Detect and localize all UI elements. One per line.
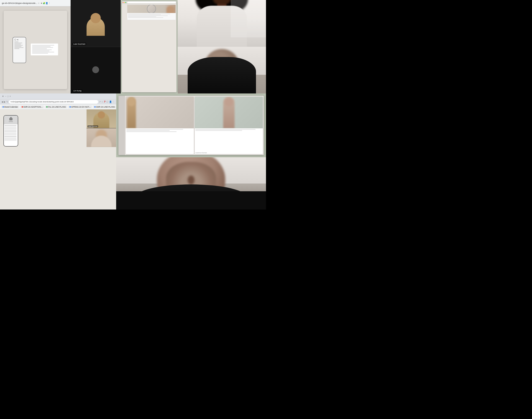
pinterest-icon[interactable]: P	[104, 101, 106, 103]
phone-mockup-bottom: Camera	[3, 115, 18, 147]
bottom-section: ▼ − □ × ◀ ▶ ↻ =mSnQqlsMgwhpF6rb-1&scalin…	[0, 93, 266, 210]
menu-icon[interactable]: ⋮	[48, 2, 51, 5]
figma-window-top: ge-id=39%3A2&type=design&node... ☆ ★ 🧩 👤…	[0, 0, 71, 93]
participant-label-law-guzman: Law Guzman	[73, 43, 86, 45]
bookmark-brand-calendar[interactable]: Brand Calendar	[1, 105, 19, 108]
bookmark-smr24-line[interactable]: SMR 24 LINE PLANS	[93, 105, 116, 108]
bookmarks-bar: Brand Calendar SMR 24 ADOPTION... FAL 24…	[0, 105, 116, 109]
star-icon[interactable]: ★	[40, 2, 43, 5]
bookmark-icon[interactable]: ☆	[37, 2, 40, 5]
vc-participant-lin-kung: Lin Kung	[71, 47, 121, 94]
more-icon[interactable]: ⋮	[112, 101, 115, 103]
account-icon[interactable]: 👤	[46, 2, 48, 5]
video-call-top: Law Guzman Lin Kung	[71, 0, 121, 93]
float-participant-law-guzman: Law Guzman	[87, 109, 116, 128]
window-minimize-btn[interactable]: −	[5, 95, 6, 98]
video-figma-preview: Lawrence-Guzman	[116, 93, 266, 157]
figma-canvas-top: ▶|	[0, 6, 71, 93]
bookmark-smr24-adoption[interactable]: SMR 24 ADOPTION...	[21, 105, 44, 108]
url-text-top: ge-id=39%3A2&type=design&node...	[2, 2, 37, 4]
figma-canvas-bottom: Camera	[0, 109, 116, 210]
phone-mockup-shared: ▶|	[12, 37, 26, 63]
window-restore[interactable]: □	[7, 95, 9, 98]
video-feed-person-1	[178, 0, 266, 47]
video-call-float: Law Guzman	[87, 109, 116, 147]
bookmark-star-icon[interactable]: ☆	[101, 101, 103, 103]
profile-icon[interactable]: 👤	[109, 101, 112, 103]
float-participant-2-blurred	[87, 128, 116, 147]
video-person-bottom	[116, 157, 266, 210]
url-bar-bottom[interactable]: =mSnQqlsMgwhpF6rb-1&scaling=scale-down&s…	[9, 100, 98, 104]
shared-text-block	[31, 43, 58, 55]
url-text-bottom: =mSnQqlsMgwhpF6rb-1&scaling=scale-down&s…	[10, 101, 74, 103]
figma-screen-top	[121, 0, 178, 93]
figma-window-bottom: ▼ − □ × ◀ ▶ ↻ =mSnQqlsMgwhpF6rb-1&scalin…	[0, 93, 116, 210]
video-right-top	[178, 0, 266, 93]
bookmark-fal24-line[interactable]: FAL 24 LINE PLANS	[45, 105, 67, 108]
video-feed-person-2	[178, 47, 266, 93]
camera-label: Camera	[9, 121, 13, 122]
url-bar-top[interactable]: ge-id=39%3A2&type=design&node... ☆ ★ 🧩 👤…	[0, 0, 71, 6]
bookmark-spring24-dv[interactable]: SPRING 24 DV NOT...	[68, 105, 92, 108]
top-section: ge-id=39%3A2&type=design&node... ☆ ★ 🧩 👤…	[0, 0, 266, 93]
shared-app-window: ▶|	[4, 11, 67, 89]
window-close[interactable]: ×	[10, 95, 11, 98]
figma-share-screen: ▶|	[0, 6, 71, 93]
share-icon[interactable]: ↗	[99, 101, 101, 103]
nav-forward[interactable]: ▶	[4, 101, 6, 103]
design-card-label-lawrence: Lawrence-Guzman	[195, 152, 207, 153]
extension-icon[interactable]: 🧩	[43, 2, 46, 5]
shared-content-right	[31, 43, 58, 56]
float-label-law-guzman: Law Guzman	[87, 125, 98, 127]
chrome-top-bar-bottom[interactable]: ▼ − □ ×	[0, 93, 116, 99]
video-right-bottom: Lawrence-Guzman	[116, 93, 266, 210]
participant-label-lin-kung: Lin Kung	[73, 89, 82, 92]
extension-icon-2[interactable]: ⬡	[106, 101, 108, 103]
vc-participant-law-guzman: Law Guzman	[71, 0, 121, 47]
shared-phone-canvas: ▶|	[4, 11, 67, 89]
nav-refresh[interactable]: ↻	[6, 101, 8, 103]
window-minimize[interactable]: ▼	[2, 95, 4, 98]
nav-back[interactable]: ◀	[1, 101, 3, 103]
